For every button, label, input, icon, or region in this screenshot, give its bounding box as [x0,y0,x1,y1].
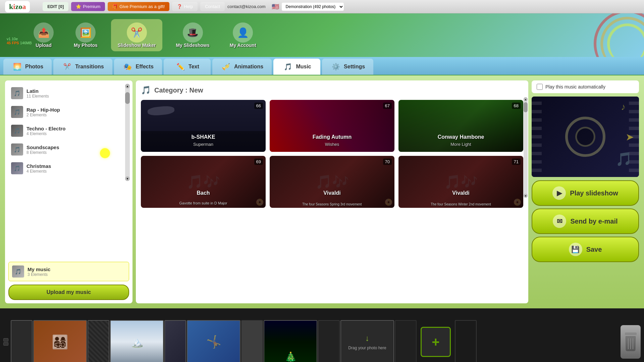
techno-category-icon: 🎵 [11,125,23,137]
trash-lid [625,333,637,335]
card-70-artist: Vivaldi [270,190,394,196]
category-soundscapes[interactable]: 🎵 Soundscapes 8 Elements [8,140,129,159]
scroll-down-arrow[interactable]: ▼ [125,176,130,181]
left-panel: 🎵 Latin 11 Elements 🎵 Rap - Hip-Hop 2 El… [5,80,132,303]
music-card-70[interactable]: 🎵🎶 📀 70 Vivaldi The four Seasons Spring … [270,156,394,208]
filmstrip-frame-1[interactable] [11,320,33,362]
card-69-bg: 🎵🎶 📀 [141,156,266,208]
center-scroll-down[interactable]: ▼ [524,194,528,198]
filmstrip-frame-5[interactable] [164,320,186,362]
auto-play-label[interactable]: Play this music automatically [545,84,605,89]
my-slideshows-label: My Slideshows [176,43,209,48]
filmstrip-frame-3[interactable] [88,320,109,362]
music-card-69[interactable]: 🎵🎶 📀 69 Bach Gavotte from suite in D Maj… [141,156,266,208]
center-panel: 🎵 Category : New 66 b-SHAKE Superman [136,80,528,303]
nav-my-slideshows[interactable]: 🎩 My Slideshows [169,19,216,51]
drag-here-frame[interactable]: ↓ Drag your photo here [340,320,394,362]
center-scrollbar[interactable]: ▲ ▼ [524,97,528,198]
thumb-7 [242,321,262,362]
contact-button[interactable]: Contact [200,2,225,11]
thumb-4-icon: 🏔️ [111,321,163,362]
filmstrip-frame-8[interactable]: 🎄 [264,320,317,362]
center-scroll-up[interactable]: ▲ [524,97,528,101]
tab-effects[interactable]: 🎭 Effects [114,59,162,75]
music-card-71[interactable]: 🎵🎶 📀 71 Vivaldi The four Seasons Winter … [398,156,523,208]
trash-icon [625,333,637,351]
card-71-num: 71 [512,159,521,165]
filmstrip-frame-10[interactable] [395,320,417,362]
help-icon: ❓ [177,4,182,9]
thumb-6-icon: 🤸 [187,321,240,362]
my-slideshows-icon: 🎩 [183,22,203,43]
nav-my-photos[interactable]: 🖼️ My Photos [67,19,104,51]
upload-music-button[interactable]: Upload my music [8,285,129,300]
send-email-button[interactable]: ✉ Send by e-mail [532,208,639,234]
card-67-artist: Fading Autumn [270,134,394,140]
demo-select[interactable]: Demonstration (492 photos) [282,3,344,11]
play-slideshow-button[interactable]: ▶ Play slideshow [532,180,639,206]
slideshow-maker-label: Slideshow Maker [118,43,156,48]
premium-button[interactable]: ⭐ Premium [71,2,105,11]
tab-transitions[interactable]: ✂️ Transitions [53,59,112,75]
filmstrip-frame-11[interactable] [455,320,477,362]
help-button[interactable]: ❓ Help [172,2,198,11]
my-music-count: 3 Elements [28,272,125,277]
nav-my-account[interactable]: 👤 My Account [223,19,263,51]
music-card-68[interactable]: 68 Conway Hambone More Light [398,100,523,152]
sidebar-scrollbar[interactable]: ▲ ▼ [125,84,130,181]
music-card-66[interactable]: 66 b-SHAKE Superman [141,100,266,152]
filmstrip-frame-2[interactable]: 👨‍👩‍👧‍👦 [33,320,87,362]
category-latin[interactable]: 🎵 Latin 11 Elements [8,84,129,103]
category-techno[interactable]: 🎵 Techno - Electro 4 Elements [8,121,129,140]
tab-music[interactable]: 🎵 Music [273,59,320,75]
center-scroll-thumb[interactable] [524,102,528,112]
music-card-67[interactable]: 67 Fading Autumn Wishes [270,100,394,152]
scroll-up-arrow[interactable]: ▲ [125,84,130,88]
main-tabs-bar: 🌅 Photos ✂️ Transitions 🎭 Effects ✏️ Tex… [0,57,644,75]
category-christmas[interactable]: 🎵 Christmas 4 Elements [8,159,129,178]
card-69-artist: Bach [141,190,266,196]
edit-button[interactable]: EDIT [0] [43,2,68,11]
my-music-name: My music [28,266,125,272]
my-photos-label: My Photos [74,43,98,48]
category-rap[interactable]: 🎵 Rap - Hip-Hop 2 Elements [8,103,129,121]
flag-icon: 🇺🇸 [272,3,279,10]
perf-1 [3,338,8,342]
send-email-label: Send by e-mail [570,218,618,225]
auto-play-checkbox[interactable] [537,84,543,90]
thumb-4: 🏔️ [111,321,163,362]
action-buttons: ▶ Play slideshow ✉ Send by e-mail 💾 Save [532,180,639,262]
filmstrip-frame-6[interactable]: 🤸 [187,320,240,362]
add-photo-button[interactable]: + [421,327,451,357]
music-notes-70: 🎵🎶 [315,174,349,190]
tab-text[interactable]: ✏️ Text [164,59,211,75]
rap-count: 2 Elements [26,113,126,117]
tab-animations[interactable]: 🎺 Animations [212,59,272,75]
card-67-title: Wishes [270,142,394,147]
nav-slideshow-maker[interactable]: ✂️ Slideshow Maker [111,19,163,51]
scroll-thumb[interactable] [125,92,130,104]
latin-count: 11 Elements [26,94,126,99]
filmstrip-frame-4[interactable]: 🏔️ [110,320,164,362]
save-button[interactable]: 💾 Save [532,237,639,262]
gift-button[interactable]: 🎁 Give Premium as a gift! [108,2,169,11]
filmstrip-frame-9[interactable] [318,320,340,362]
card-66-title: Superman [141,142,266,147]
zeppelin-shape [147,106,175,116]
email-display: contact@kizoa.com [227,4,266,9]
effects-tab-label: Effects [136,64,154,70]
filmstrip-frame-7[interactable] [241,320,263,362]
play-arrow-deco: ➤ [626,131,634,143]
card-69-num: 69 [254,159,263,165]
play-icon: ▶ [552,186,566,200]
settings-icon: ⚙️ [330,61,341,72]
rap-name: Rap - Hip-Hop [26,107,126,113]
trash-button[interactable] [621,325,641,359]
tab-settings[interactable]: ⚙️ Settings [322,59,373,75]
tab-photos[interactable]: 🌅 Photos [3,59,52,75]
nav-upload[interactable]: 📤 Upload [27,19,60,51]
save-label: Save [586,246,602,253]
logo-area: kizoa [5,1,30,12]
music-notes-71: 🎵🎶 [444,174,478,190]
gift-label: Give Premium as a gift! [119,4,165,9]
